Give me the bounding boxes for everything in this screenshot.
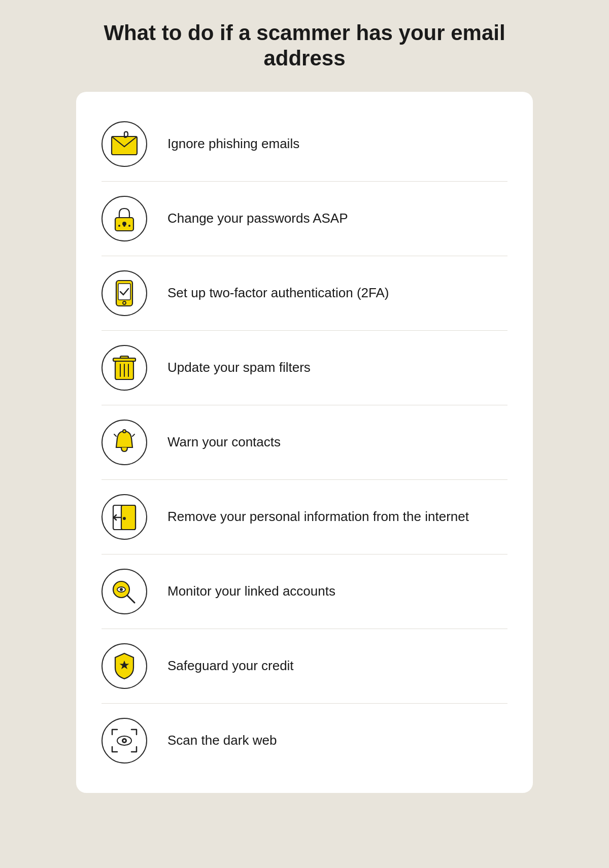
svg-point-22: [123, 517, 126, 520]
svg-line-25: [127, 596, 134, 603]
item-label: Update your spam filters: [167, 359, 311, 376]
phishing-email-icon: [101, 121, 147, 167]
page-title: What to do if a scammer has your email a…: [76, 20, 533, 72]
list-item: Set up two-factor authentication (2FA): [101, 256, 507, 331]
trash-icon: [101, 345, 147, 391]
item-label: Scan the dark web: [167, 732, 277, 749]
svg-line-18: [132, 434, 134, 436]
item-label: Safeguard your credit: [167, 657, 294, 675]
svg-rect-12: [120, 356, 128, 358]
list-item: Update your spam filters: [101, 331, 507, 405]
svg-point-27: [120, 588, 123, 591]
eye-search-icon: [101, 569, 147, 614]
2fa-icon: [101, 270, 147, 316]
list-item: Monitor your linked accounts: [101, 554, 507, 629]
svg-point-31: [123, 740, 125, 742]
list-item: Change your passwords ASAP: [101, 182, 507, 256]
list-item: Remove your personal information from th…: [101, 480, 507, 554]
eye-scan-icon: [101, 718, 147, 763]
item-label: Set up two-factor authentication (2FA): [167, 285, 389, 302]
svg-point-16: [123, 430, 126, 433]
item-label: Change your passwords ASAP: [167, 210, 348, 227]
item-label: Ignore phishing emails: [167, 135, 299, 153]
warn-icon: [101, 420, 147, 465]
svg-point-6: [128, 225, 130, 227]
list-item: Safeguard your credit: [101, 629, 507, 704]
item-label: Warn your contacts: [167, 434, 281, 451]
svg-point-5: [123, 225, 125, 227]
list-item: Ignore phishing emails: [101, 107, 507, 182]
item-label: Remove your personal information from th…: [167, 508, 469, 526]
exit-door-icon: [101, 494, 147, 540]
svg-point-4: [118, 225, 120, 227]
list-item: Scan the dark web: [101, 704, 507, 778]
shield-star-icon: [101, 643, 147, 689]
svg-line-17: [114, 434, 116, 436]
item-label: Monitor your linked accounts: [167, 583, 335, 600]
page-wrapper: What to do if a scammer has your email a…: [76, 20, 533, 793]
content-card: Ignore phishing emails Change your p: [76, 92, 533, 793]
list-item: Warn your contacts: [101, 405, 507, 480]
password-lock-icon: [101, 196, 147, 241]
